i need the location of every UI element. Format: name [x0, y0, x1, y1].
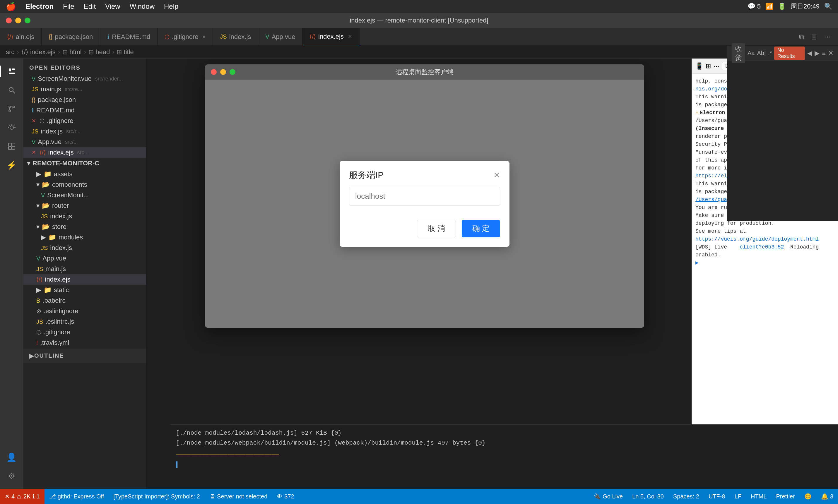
- git-icon[interactable]: [3, 101, 20, 117]
- menu-help[interactable]: Help: [164, 2, 178, 11]
- match-case-btn[interactable]: Aa: [748, 50, 754, 56]
- devtools-grid-icon[interactable]: ⊞: [706, 62, 711, 70]
- minimize-button[interactable]: [15, 18, 21, 23]
- el-minimize[interactable]: [220, 69, 226, 75]
- outline-section[interactable]: ▶ OUTLINE: [23, 348, 146, 363]
- bc-index-ejs[interactable]: ⟨/⟩ index.ejs: [21, 48, 56, 56]
- json-icon: {}: [32, 96, 35, 103]
- close-search-btn[interactable]: ✕: [828, 50, 833, 57]
- open-editor-app-vue[interactable]: V App.vue src/...: [23, 137, 146, 147]
- tab-close-ejs[interactable]: ✕: [348, 33, 352, 40]
- tree-components[interactable]: ▾ 📂 components: [23, 179, 146, 190]
- confirm-button[interactable]: 确 定: [462, 220, 500, 237]
- tree-app-vue[interactable]: V App.vue: [23, 253, 146, 264]
- open-editor-readme[interactable]: ℹ README.md: [23, 105, 146, 115]
- open-editor-main-js[interactable]: JS main.js src/re...: [23, 84, 146, 94]
- open-editor-index-ejs[interactable]: ✕ ⟨/⟩ index.ejs src...: [23, 147, 146, 158]
- status-line-ending[interactable]: LF: [730, 493, 746, 500]
- more-tabs-btn[interactable]: ⋯: [822, 32, 833, 42]
- search-input-container[interactable]: 收货: [732, 43, 745, 63]
- search-icon[interactable]: [3, 82, 20, 98]
- remote-icon[interactable]: ⚡: [3, 157, 20, 173]
- tree-screenmonitor[interactable]: V ScreenMonit...: [23, 190, 146, 200]
- tab-gitignore[interactable]: ⬡ .gitignore ●: [158, 28, 213, 46]
- tab-package-json[interactable]: {} package.json: [41, 28, 100, 46]
- status-spaces[interactable]: Spaces: 2: [668, 493, 704, 500]
- status-server[interactable]: 🖥 Server not selected: [205, 489, 272, 504]
- status-line-col[interactable]: Ln 5, Col 30: [627, 493, 668, 500]
- devtools-mobile-icon[interactable]: 📱: [695, 62, 703, 70]
- tree-store-index[interactable]: JS index.js: [23, 242, 146, 253]
- menu-window[interactable]: Window: [130, 2, 155, 11]
- status-language[interactable]: HTML: [746, 493, 771, 500]
- status-typescript[interactable]: [TypeScript Importer]: Symbols: 2: [109, 489, 205, 504]
- explorer-icon[interactable]: [3, 63, 20, 79]
- status-encoding[interactable]: UTF-8: [704, 493, 730, 500]
- nav-prev-btn[interactable]: ◀: [807, 50, 812, 57]
- tree-eslintignore[interactable]: ⊘ .eslintignore: [23, 306, 146, 317]
- tab-readme[interactable]: ℹ README.md: [100, 28, 158, 46]
- cancel-button[interactable]: 取 消: [417, 220, 456, 237]
- open-editor-index-js[interactable]: JS index.js src/r...: [23, 126, 146, 137]
- debug-icon[interactable]: [3, 120, 20, 136]
- project-root[interactable]: ▾ REMOTE-MONITOR-C: [23, 158, 146, 169]
- open-editor-gitignore-close[interactable]: ✕ ⬡ .gitignore: [23, 115, 146, 126]
- tree-store[interactable]: ▾ 📂 store: [23, 221, 146, 232]
- tab-app-vue[interactable]: V App.vue: [258, 28, 302, 46]
- open-editor-package[interactable]: {} package.json: [23, 94, 146, 105]
- bc-src[interactable]: src: [6, 48, 14, 56]
- status-formatter[interactable]: Prettier: [771, 493, 799, 500]
- list-mode-btn[interactable]: ≡: [822, 50, 826, 57]
- bc-title[interactable]: ⊞ title: [117, 48, 133, 56]
- close-icon-gitignore[interactable]: ✕: [32, 118, 36, 124]
- status-git[interactable]: ⎇ githd: Express Off: [44, 489, 109, 504]
- settings-icon[interactable]: ⚙: [3, 468, 20, 484]
- tab-index-ejs[interactable]: ⟨/⟩ index.ejs ✕: [302, 28, 359, 46]
- menu-view[interactable]: View: [105, 2, 120, 11]
- server-ip-input[interactable]: [349, 187, 500, 206]
- tree-travis[interactable]: ! .travis.yml: [23, 338, 146, 348]
- tree-gitignore[interactable]: ⬡ .gitignore: [23, 327, 146, 338]
- dialog-close-button[interactable]: ✕: [493, 170, 500, 180]
- extensions-icon[interactable]: [3, 138, 20, 155]
- close-icon-ejs[interactable]: ✕: [32, 149, 36, 156]
- maximize-button[interactable]: [24, 18, 31, 23]
- tree-babelrc[interactable]: B .babelrc: [23, 295, 146, 306]
- whole-word-btn[interactable]: Ab|: [757, 50, 766, 56]
- tree-assets[interactable]: ▶ 📁 assets: [23, 169, 146, 179]
- open-editor-screenmonitor[interactable]: V ScreenMonitor.vue src/render...: [23, 73, 146, 84]
- close-button[interactable]: [6, 18, 12, 23]
- search-icon[interactable]: 🔍: [824, 3, 832, 10]
- regex-btn[interactable]: .*: [768, 50, 772, 56]
- status-go-live[interactable]: 🔌 Go Live: [589, 493, 627, 500]
- status-errors[interactable]: ✕ 4 ⚠ 2K ℹ 1: [0, 489, 44, 504]
- tree-index-ejs[interactable]: ⟨/⟩ index.ejs: [23, 274, 146, 285]
- tree-eslintrc[interactable]: JS .eslintrc.js: [23, 317, 146, 327]
- tree-static[interactable]: ▶ 📁 static: [23, 285, 146, 295]
- el-maximize[interactable]: [230, 69, 235, 75]
- accounts-icon[interactable]: 👤: [3, 449, 20, 465]
- devtools-more-icon[interactable]: ⋯: [713, 62, 720, 70]
- status-lines[interactable]: 👁 372: [272, 489, 299, 504]
- tree-router[interactable]: ▾ 📂 router: [23, 200, 146, 211]
- app-name[interactable]: Electron: [25, 2, 54, 11]
- menu-file[interactable]: File: [63, 2, 74, 11]
- tree-main-js[interactable]: JS main.js: [23, 264, 146, 274]
- tab-close-gitignore[interactable]: ●: [202, 34, 206, 40]
- split-editor-btn[interactable]: ⧉: [797, 32, 806, 42]
- status-notifications[interactable]: 🔔 3: [816, 493, 838, 500]
- status-smiley[interactable]: 😊: [800, 493, 816, 500]
- tab-index-js[interactable]: JS index.js: [213, 28, 258, 46]
- split-down-btn[interactable]: ⊞: [809, 32, 819, 42]
- devtools-link-4[interactable]: https://vueis.org/guide/deployment.html: [695, 236, 819, 242]
- tree-router-index[interactable]: JS index.js: [23, 211, 146, 221]
- bc-head[interactable]: ⊞ head: [88, 48, 110, 56]
- devtools-expand-arrow[interactable]: ▶: [695, 260, 699, 266]
- bc-html[interactable]: ⊞ html: [63, 48, 82, 56]
- nav-next-btn[interactable]: ▶: [815, 50, 820, 57]
- tab-ain-ejs[interactable]: ⟨/⟩ ain.ejs: [0, 28, 41, 46]
- devtools-link-5[interactable]: client?e0b3:52: [739, 244, 784, 250]
- menu-edit[interactable]: Edit: [84, 2, 96, 11]
- tree-modules[interactable]: ▶ 📁 modules: [23, 232, 146, 242]
- el-close[interactable]: [211, 69, 217, 75]
